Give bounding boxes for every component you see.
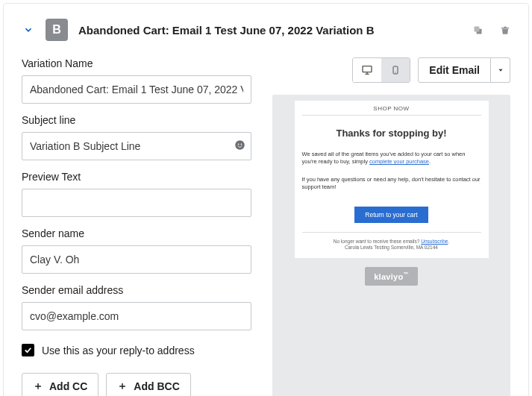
subject-line-input[interactable] — [22, 132, 251, 160]
email-configuration-card: B Abandoned Cart: Email 1 Test June 07, … — [3, 3, 529, 396]
sender-email-label: Sender email address — [22, 284, 251, 296]
subject-line-label: Subject line — [22, 114, 251, 126]
reply-to-label: Use this as your reply-to address — [42, 345, 195, 356]
add-cc-button[interactable]: ＋ Add CC — [22, 373, 98, 396]
edit-email-label: Edit Email — [429, 64, 480, 76]
preview-toolbar: Edit Email — [272, 57, 510, 83]
device-toggle — [352, 57, 410, 83]
klaviyo-brand-chip: klaviyo™ — [365, 267, 418, 286]
preview-column: Edit Email SHOP NOW Thanks for stopping … — [272, 57, 510, 396]
email-preview-body: SHOP NOW Thanks for stopping by! We save… — [295, 101, 489, 258]
email-unsubscribe-link: Unsubscribe — [421, 239, 448, 244]
svg-point-3 — [238, 143, 240, 145]
email-paragraph-1: We saved all of the great items you've a… — [302, 151, 481, 166]
email-nav-link: SHOP NOW — [302, 105, 481, 116]
card-header: B Abandoned Cart: Email 1 Test June 07, … — [22, 19, 510, 41]
card-body: Variation Name Subject line Preview Text… — [22, 57, 510, 396]
recipient-buttons: ＋ Add CC ＋ Add BCC — [22, 373, 251, 396]
edit-email-group: Edit Email — [418, 57, 510, 83]
reply-to-row: Use this as your reply-to address — [22, 344, 251, 356]
sender-name-label: Sender name — [22, 227, 251, 239]
plus-icon: ＋ — [33, 380, 43, 393]
add-bcc-button[interactable]: ＋ Add BCC — [106, 373, 190, 396]
svg-point-4 — [241, 143, 242, 145]
desktop-view-toggle[interactable] — [353, 58, 381, 82]
edit-email-dropdown[interactable] — [491, 57, 510, 83]
card-header-actions — [472, 25, 510, 36]
form-column: Variation Name Subject line Preview Text… — [22, 57, 251, 396]
variation-badge: B — [46, 19, 68, 41]
variation-name-label: Variation Name — [22, 57, 251, 69]
reply-to-checkbox[interactable] — [22, 344, 34, 356]
emoji-picker-icon[interactable] — [234, 139, 245, 153]
plus-icon: ＋ — [117, 380, 128, 393]
trash-icon[interactable] — [500, 25, 510, 36]
sender-name-input[interactable] — [22, 245, 251, 274]
svg-rect-1 — [475, 26, 480, 31]
edit-email-button[interactable]: Edit Email — [418, 57, 491, 83]
preview-text-label: Preview Text — [22, 171, 251, 183]
sender-email-input[interactable] — [22, 302, 251, 330]
variation-name-input[interactable] — [22, 75, 251, 104]
email-preview-area: SHOP NOW Thanks for stopping by! We save… — [272, 95, 510, 396]
email-complete-purchase-link: complete your purchase — [369, 158, 429, 165]
clone-icon[interactable] — [472, 25, 484, 36]
mobile-view-toggle[interactable] — [381, 58, 410, 82]
email-paragraph-2: If you have any questions or need any he… — [302, 176, 481, 191]
svg-marker-10 — [498, 69, 502, 72]
email-cta-button: Return to your cart — [354, 207, 428, 223]
email-footer: No longer want to receive these emails? … — [302, 232, 481, 251]
add-bcc-label: Add BCC — [134, 380, 179, 392]
svg-rect-5 — [363, 66, 372, 72]
email-headline: Thanks for stopping by! — [302, 128, 481, 139]
preview-text-input[interactable] — [22, 189, 251, 217]
svg-point-2 — [235, 140, 245, 150]
add-cc-label: Add CC — [49, 380, 87, 392]
card-title: Abandoned Cart: Email 1 Test June 07, 20… — [78, 24, 472, 37]
collapse-toggle[interactable] — [22, 23, 35, 37]
